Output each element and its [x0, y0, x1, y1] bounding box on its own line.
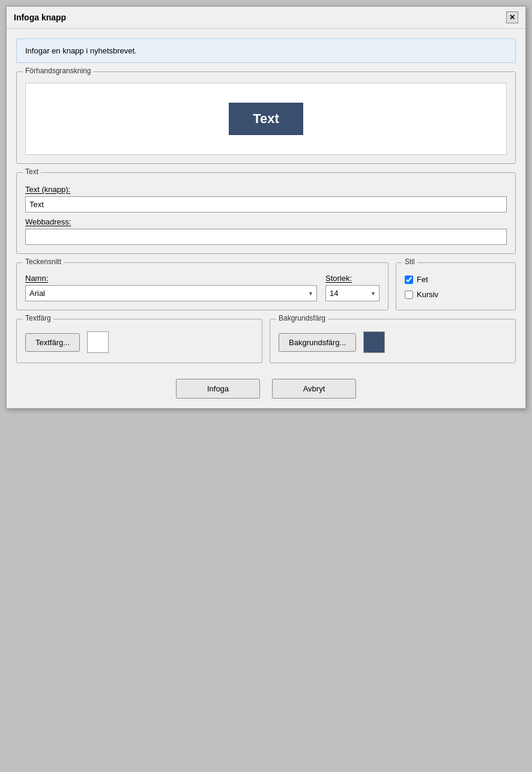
button-label-label: Text (knapp): [25, 185, 507, 194]
font-size-label: Storlek: [325, 274, 379, 283]
bottom-buttons: Infoga Avbryt [7, 373, 525, 408]
url-row: Webbadress: [25, 217, 507, 245]
font-name-select-wrapper: Arial Times New Roman Verdana Georgia Co… [25, 285, 317, 301]
button-label-row: Text (knapp): [25, 185, 507, 213]
font-size-select[interactable]: 8 9 10 11 12 14 16 18 20 24 28 [325, 285, 379, 301]
url-label: Webbadress: [25, 217, 507, 226]
text-legend: Text [23, 167, 41, 176]
bg-color-inner: Bakgrundsfärg... [279, 331, 507, 353]
bg-color-swatch [363, 331, 385, 353]
dialog: Infoga knapp ✕ Infogar en knapp i nyhets… [6, 6, 526, 409]
font-name-select[interactable]: Arial Times New Roman Verdana Georgia Co… [25, 285, 317, 301]
close-button[interactable]: ✕ [506, 11, 518, 23]
italic-checkbox[interactable] [405, 291, 413, 299]
dialog-title: Infoga knapp [14, 13, 66, 22]
preview-legend: Förhandsgranskning [23, 67, 93, 75]
bold-checkbox[interactable] [405, 276, 413, 284]
bg-color-legend: Bakgrundsfärg [276, 314, 328, 322]
text-color-legend: Textfärg [23, 314, 53, 322]
color-row: Textfärg Textfärg... Bakgrundsfärg Bakgr… [16, 319, 516, 363]
dialog-content: Infogar en knapp i nyhetsbrevet. Förhand… [7, 29, 525, 373]
url-input[interactable] [25, 229, 507, 245]
title-bar: Infoga knapp ✕ [7, 7, 525, 29]
bg-color-button[interactable]: Bakgrundsfärg... [279, 333, 356, 352]
italic-label: Kursiv [417, 290, 438, 299]
style-section: Stil Fet Kursiv [396, 262, 516, 310]
font-name-col: Namn: Arial Times New Roman Verdana Geor… [25, 274, 317, 301]
font-size-col: Storlek: 8 9 10 11 12 14 16 18 [325, 274, 379, 301]
close-icon: ✕ [509, 13, 515, 22]
font-size-select-wrapper: 8 9 10 11 12 14 16 18 20 24 28 [325, 285, 379, 301]
font-name-label: Namn: [25, 274, 317, 283]
cancel-button[interactable]: Avbryt [272, 379, 356, 399]
font-style-row: Teckensnitt Namn: Arial Times New Roman … [16, 262, 516, 310]
info-text: Infogar en knapp i nyhetsbrevet. [25, 46, 137, 55]
style-legend: Stil [402, 258, 417, 266]
preview-section: Förhandsgranskning Text [16, 71, 516, 164]
text-color-section: Textfärg Textfärg... [16, 319, 262, 363]
bold-label: Fet [417, 275, 428, 284]
insert-button[interactable]: Infoga [176, 379, 260, 399]
bg-color-section: Bakgrundsfärg Bakgrundsfärg... [270, 319, 516, 363]
text-color-button[interactable]: Textfärg... [25, 333, 80, 352]
bold-row: Fet [405, 275, 507, 284]
info-box: Infogar en knapp i nyhetsbrevet. [16, 38, 516, 63]
preview-area: Text [25, 83, 507, 155]
italic-row: Kursiv [405, 290, 507, 299]
font-row: Namn: Arial Times New Roman Verdana Geor… [25, 274, 379, 301]
text-color-swatch [87, 331, 109, 353]
text-color-inner: Textfärg... [25, 331, 253, 353]
preview-button: Text [229, 103, 303, 135]
text-section: Text Text (knapp): Webbadress: [16, 172, 516, 254]
font-section: Teckensnitt Namn: Arial Times New Roman … [16, 262, 388, 310]
button-label-input[interactable] [25, 196, 507, 213]
font-legend: Teckensnitt [23, 258, 64, 266]
